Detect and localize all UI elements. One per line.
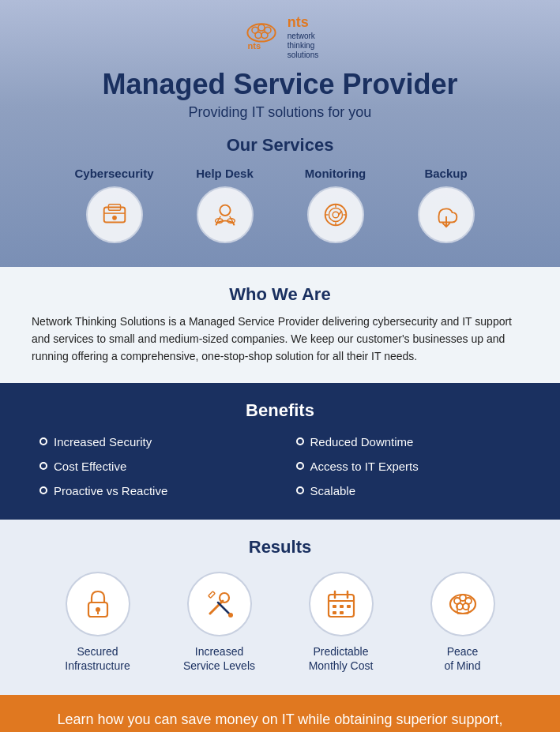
benefit-label-4: Proactive vs Reactive bbox=[54, 484, 167, 497]
logo-tagline2: thinking bbox=[288, 41, 318, 51]
hero-section: nts nts network thinking solutions Manag… bbox=[0, 0, 560, 267]
benefit-item-1: Reduced Downtime bbox=[296, 435, 521, 449]
result-cost-circle bbox=[309, 572, 374, 636]
result-label-peace: Peaceof Mind bbox=[445, 644, 481, 673]
svg-point-10 bbox=[112, 216, 117, 220]
service-label-cybersecurity: Cybersecurity bbox=[74, 167, 153, 180]
svg-point-4 bbox=[261, 32, 268, 38]
svg-point-5 bbox=[255, 32, 261, 38]
svg-point-24 bbox=[96, 607, 100, 612]
calendar-icon bbox=[324, 587, 359, 621]
svg-rect-36 bbox=[340, 605, 344, 608]
svg-rect-30 bbox=[208, 591, 214, 598]
benefit-item-4: Proactive vs Reactive bbox=[39, 484, 265, 497]
services-row: Cybersecurity Help Desk bbox=[32, 167, 528, 243]
tools-icon bbox=[202, 587, 237, 621]
result-label-service-levels: IncreasedService Levels bbox=[183, 644, 255, 673]
monitoring-icon-circle bbox=[307, 186, 364, 243]
logo: nts nts network thinking solutions bbox=[32, 14, 528, 60]
svg-point-16 bbox=[333, 212, 339, 218]
subtitle: Providing IT solutions for you bbox=[32, 104, 528, 121]
svg-point-29 bbox=[228, 613, 233, 618]
benefit-label-2: Cost Effective bbox=[54, 460, 126, 473]
benefits-grid: Increased Security Reduced Downtime Cost… bbox=[39, 435, 521, 497]
svg-point-27 bbox=[220, 593, 229, 602]
benefit-bullet-4 bbox=[39, 486, 47, 494]
svg-point-40 bbox=[450, 595, 475, 614]
services-section-title: Our Services bbox=[32, 135, 528, 156]
nts-logo-icon: nts bbox=[242, 21, 281, 53]
svg-rect-39 bbox=[340, 611, 344, 614]
cta-banner: Learn how you can save money on IT while… bbox=[0, 695, 560, 732]
who-section: Who We Are Network Thinking Solutions is… bbox=[0, 267, 560, 383]
benefit-bullet-5 bbox=[296, 486, 304, 494]
result-service-circle bbox=[187, 572, 252, 636]
svg-line-21 bbox=[338, 211, 341, 215]
service-label-helpdesk: Help Desk bbox=[196, 167, 254, 180]
helpdesk-icon-circle bbox=[197, 186, 254, 243]
results-title: Results bbox=[32, 537, 528, 557]
service-label-backup: Backup bbox=[424, 167, 467, 180]
benefit-label-1: Reduced Downtime bbox=[310, 435, 414, 449]
monitoring-icon bbox=[321, 200, 351, 230]
svg-point-15 bbox=[329, 208, 342, 221]
service-label-monitoring: Monitoring bbox=[305, 167, 366, 180]
benefit-item-2: Cost Effective bbox=[39, 460, 265, 473]
service-monitoring: Monitoring bbox=[292, 167, 379, 243]
svg-rect-35 bbox=[333, 605, 336, 608]
svg-line-26 bbox=[210, 601, 223, 614]
results-section: Results SecuredInfrastructure bbox=[0, 520, 560, 695]
benefit-bullet-2 bbox=[39, 462, 47, 470]
logo-text: nts network thinking solutions bbox=[288, 14, 318, 60]
result-service-levels: IncreasedService Levels bbox=[168, 572, 271, 673]
backup-icon-circle bbox=[418, 186, 475, 243]
result-secured: SecuredInfrastructure bbox=[47, 572, 149, 673]
logo-tagline: network bbox=[288, 32, 318, 41]
benefit-item-0: Increased Security bbox=[39, 435, 265, 449]
svg-point-14 bbox=[325, 204, 346, 225]
svg-point-11 bbox=[220, 205, 230, 215]
backup-icon bbox=[431, 200, 461, 230]
main-title: Managed Service Provider bbox=[32, 68, 528, 101]
cta-text: Learn how you can save money on IT while… bbox=[32, 709, 528, 732]
svg-point-2 bbox=[258, 24, 265, 31]
result-monthly-cost: PredictableMonthly Cost bbox=[290, 572, 393, 673]
logo-tagline3: solutions bbox=[288, 51, 318, 60]
logo-brand: nts bbox=[288, 14, 318, 32]
cybersecurity-icon-circle bbox=[86, 186, 143, 243]
who-text: Network Thinking Solutions is a Managed … bbox=[32, 313, 528, 366]
service-cybersecurity: Cybersecurity bbox=[71, 167, 158, 243]
svg-point-0 bbox=[247, 24, 275, 41]
who-title: Who We Are bbox=[32, 284, 528, 305]
svg-rect-38 bbox=[333, 611, 336, 614]
result-peace-circle bbox=[430, 572, 495, 636]
result-secured-circle bbox=[66, 572, 130, 636]
svg-line-28 bbox=[218, 602, 229, 614]
service-helpdesk: Help Desk bbox=[182, 167, 269, 243]
benefits-section: Benefits Increased Security Reduced Down… bbox=[0, 383, 560, 520]
benefit-bullet-1 bbox=[296, 437, 304, 445]
cybersecurity-icon bbox=[100, 200, 130, 230]
service-backup: Backup bbox=[403, 167, 490, 243]
result-label-monthly-cost: PredictableMonthly Cost bbox=[309, 644, 374, 673]
benefit-item-5: Scalable bbox=[296, 484, 521, 497]
benefit-label-0: Increased Security bbox=[54, 435, 152, 449]
benefit-bullet-3 bbox=[296, 462, 304, 470]
svg-rect-37 bbox=[347, 605, 351, 608]
benefit-bullet-0 bbox=[39, 437, 47, 445]
result-label-secured: SecuredInfrastructure bbox=[65, 644, 130, 673]
benefit-label-5: Scalable bbox=[310, 484, 356, 497]
helpdesk-icon bbox=[210, 200, 240, 230]
cloud-brain-icon bbox=[445, 587, 480, 621]
benefit-label-3: Access to IT Experts bbox=[310, 460, 419, 473]
svg-text:nts: nts bbox=[247, 41, 261, 51]
benefits-title: Benefits bbox=[39, 400, 521, 421]
result-peace: Peaceof Mind bbox=[412, 572, 514, 673]
benefit-item-3: Access to IT Experts bbox=[296, 460, 521, 473]
results-row: SecuredInfrastructure IncreasedService L… bbox=[32, 572, 528, 673]
lock-icon bbox=[81, 587, 115, 621]
